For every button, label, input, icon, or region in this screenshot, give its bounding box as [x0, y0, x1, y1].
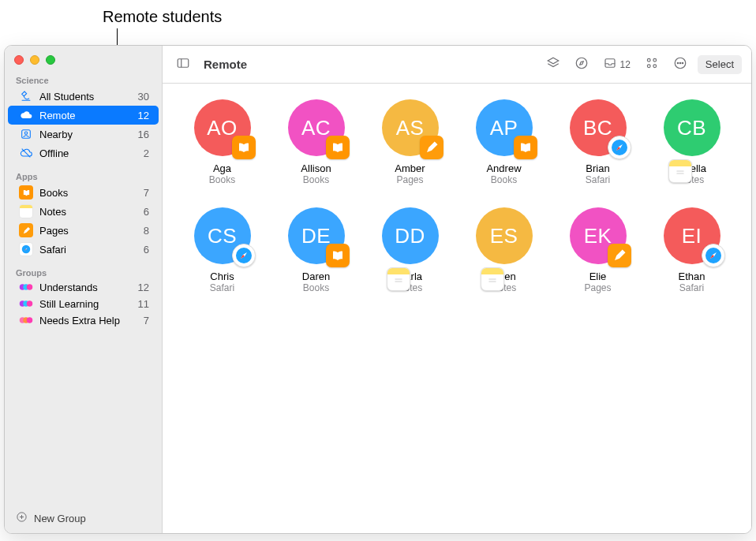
student-item[interactable]: EKEliePages — [557, 207, 638, 293]
student-item[interactable]: DEDarenBooks — [275, 207, 357, 293]
sidebar-item-books[interactable]: Books 7 — [8, 183, 159, 202]
student-name: Andrew — [486, 162, 521, 174]
plus-circle-icon — [16, 511, 28, 525]
group-icon — [19, 299, 33, 310]
student-name: Allison — [301, 162, 331, 174]
new-group-button[interactable]: New Group — [5, 503, 162, 533]
avatar-initials: DE — [301, 224, 331, 248]
pages-app-icon — [19, 223, 33, 237]
page-title: Remote — [204, 58, 247, 71]
notes-app-icon — [481, 267, 504, 291]
select-label: Select — [705, 58, 734, 70]
sidebar-item-nearby[interactable]: Nearby 16 — [8, 125, 159, 144]
avatar-initials: AC — [301, 116, 331, 140]
student-name: Ethan — [679, 270, 705, 282]
student-item[interactable]: EIEthanSafari — [651, 207, 732, 293]
svg-point-15 — [647, 58, 650, 62]
student-name: Amber — [395, 162, 425, 174]
sidebar-item-count: 7 — [144, 315, 149, 326]
ellipsis-circle-icon — [673, 56, 687, 73]
sidebar-heading-science: Science — [5, 73, 162, 87]
sidebar-item-pages[interactable]: Pages 8 — [8, 221, 159, 240]
student-item[interactable]: BCBrianSafari — [557, 99, 638, 185]
inbox-button[interactable]: 12 — [599, 54, 634, 75]
student-app-label: Books — [303, 282, 329, 293]
student-app-label: Pages — [584, 282, 611, 293]
sidebar-item-label: All Students — [39, 91, 132, 103]
more-button[interactable] — [669, 54, 691, 75]
sidebar-item-offline[interactable]: Offline 2 — [8, 144, 159, 162]
avatar-initials: CS — [208, 224, 237, 248]
student-name: Brian — [586, 162, 609, 174]
sidebar-item-label: Notes — [39, 206, 137, 218]
avatar: DD — [382, 207, 439, 264]
student-item[interactable]: ESEdenNotes — [463, 207, 545, 293]
student-item[interactable]: CSChrisSafari — [182, 207, 263, 293]
sidebar-item-safari[interactable]: Safari 6 — [8, 240, 159, 259]
svg-point-20 — [677, 62, 679, 64]
notes-app-icon — [668, 159, 692, 183]
student-app-label: Books — [491, 174, 517, 185]
student-app-label: Safari — [586, 174, 610, 185]
sidebar-item-remote[interactable]: Remote 12 — [8, 106, 159, 125]
svg-point-5 — [27, 284, 33, 290]
stack-icon — [546, 56, 560, 73]
minimize-window-button[interactable] — [30, 55, 39, 65]
avatar-initials: DD — [395, 224, 425, 248]
apps-button[interactable] — [641, 54, 663, 75]
person-square-icon — [19, 127, 33, 141]
toggle-sidebar-button[interactable] — [172, 54, 194, 75]
student-app-label: Safari — [210, 282, 234, 293]
sidebar: Science All Students 30 Remote 12 Nearby… — [5, 46, 163, 533]
sidebar-item-count: 7 — [144, 187, 149, 199]
svg-point-22 — [682, 62, 683, 64]
avatar-initials: AO — [207, 116, 238, 140]
sidebar-item-notes[interactable]: Notes 6 — [8, 202, 159, 221]
new-group-label: New Group — [34, 513, 86, 524]
navigate-button[interactable] — [571, 54, 593, 75]
sidebar-item-count: 16 — [138, 129, 149, 140]
student-item[interactable]: ACAllisonBooks — [275, 99, 357, 185]
student-name: Chris — [210, 270, 234, 282]
safari-app-icon — [19, 242, 33, 256]
svg-point-8 — [27, 300, 33, 307]
sidebar-item-count: 12 — [138, 282, 149, 293]
student-name: Elie — [589, 270, 607, 282]
sidebar-item-all-students[interactable]: All Students 30 — [8, 87, 159, 106]
sidebar-item-label: Offline — [39, 147, 137, 159]
main-content: Remote 12 — [163, 46, 751, 533]
avatar-initials: CB — [677, 116, 706, 140]
svg-point-1 — [24, 132, 27, 134]
sidebar-item-understands[interactable]: Understands 12 — [8, 279, 159, 296]
pages-app-icon — [420, 136, 443, 159]
svg-point-14 — [576, 58, 587, 69]
sidebar-item-needs-extra-help[interactable]: Needs Extra Help 7 — [8, 312, 159, 329]
sidebar-item-label: Nearby — [39, 129, 132, 140]
books-app-icon — [232, 136, 256, 159]
student-item[interactable]: ASAmberPages — [369, 99, 451, 185]
sidebar-item-count: 6 — [144, 244, 149, 256]
fullscreen-window-button[interactable] — [46, 55, 55, 65]
student-item[interactable]: CBChellaNotes — [651, 99, 732, 185]
student-item[interactable]: DDDarlaNotes — [369, 207, 451, 293]
grid-icon — [645, 56, 659, 73]
avatar: ES — [476, 207, 533, 264]
svg-point-18 — [653, 65, 657, 68]
sidebar-item-still-learning[interactable]: Still Learning 11 — [8, 296, 159, 312]
student-app-label: Pages — [396, 174, 423, 185]
sidebar-item-label: Understands — [39, 282, 132, 293]
screens-button[interactable] — [542, 54, 564, 75]
student-item[interactable]: AOAgaBooks — [182, 99, 263, 185]
svg-point-16 — [653, 58, 657, 62]
sidebar-item-count: 30 — [138, 91, 149, 103]
app-window: Science All Students 30 Remote 12 Nearby… — [4, 45, 752, 534]
inbox-count: 12 — [620, 59, 631, 70]
select-button[interactable]: Select — [698, 55, 742, 74]
student-item[interactable]: APAndrewBooks — [463, 99, 545, 185]
svg-point-21 — [679, 62, 681, 64]
students-grid-container: AOAgaBooksACAllisonBooksASAmberPagesAPAn… — [163, 84, 751, 533]
close-window-button[interactable] — [14, 55, 24, 65]
student-app-label: Books — [209, 174, 235, 185]
avatar-initials: ES — [490, 224, 518, 248]
student-name: Aga — [213, 162, 231, 174]
